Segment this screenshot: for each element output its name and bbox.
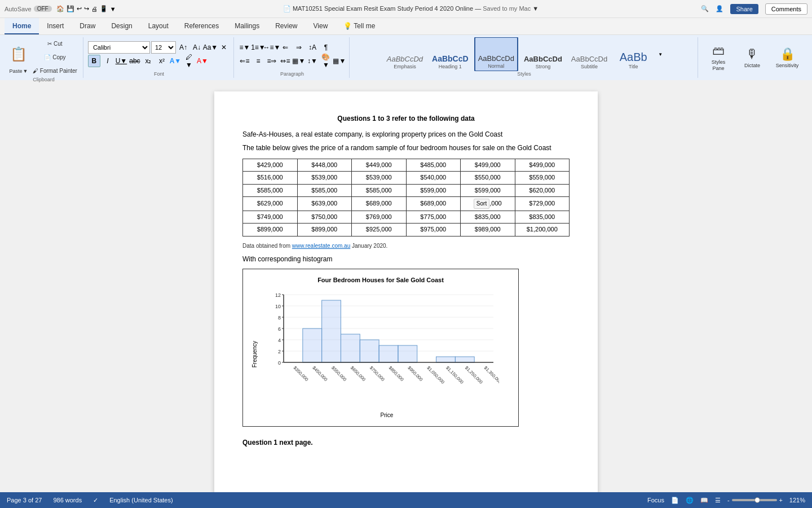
subscript-button[interactable]: x₂ [142,55,155,67]
paste-button[interactable]: 📋 [8,40,29,68]
font-row1: Calibri 12 A↑ A↓ Aa▼ ✕ [88,41,230,54]
shading-button[interactable]: 🎨▼ [320,55,332,67]
table-row: $585,000$585,000$585,000$599,000$599,000… [243,184,570,196]
style-title[interactable]: AaBb Title [613,37,654,71]
save-icon[interactable]: 💾 [67,5,74,12]
underline-button[interactable]: U▼ [115,55,127,67]
tab-view[interactable]: View [306,18,336,34]
autosave-label: AutoSave [5,6,32,12]
sort-button[interactable]: ↕A [306,41,319,54]
superscript-button[interactable]: x² [156,55,168,67]
font-size-select[interactable]: 12 [151,41,176,54]
show-hide-button[interactable]: ¶ [320,41,332,54]
bullets-button[interactable]: ≡▼ [239,41,251,54]
cut-button[interactable]: ✂ Cut [30,37,80,50]
style-subtitle[interactable]: AaBbCcDd Subtitle [568,37,611,71]
undo-icon[interactable]: ↩ [77,5,82,12]
language-indicator[interactable]: English (United States) [109,497,173,503]
copy-button[interactable]: 📄 Copy [30,51,80,63]
svg-rect-35 [436,357,456,362]
svg-text:$650,000: $650,000 [350,365,367,382]
home-icon[interactable]: 🏠 [56,5,64,12]
tab-insert[interactable]: Insert [39,18,72,34]
table-cell: $835,000 [461,211,515,223]
style-subtitle-preview: AaBbCcDd [571,55,607,63]
align-center-button[interactable]: ≡ [252,55,264,67]
tab-tell-me[interactable]: 💡 Tell me [336,18,383,34]
search-icon[interactable]: 🔍 [701,5,709,12]
autosave-toggle[interactable]: OFF [34,6,52,12]
change-case-button[interactable]: Aa▼ [204,41,217,54]
autosave-area[interactable]: AutoSave OFF [5,6,52,12]
save-status: Saved to my Mac [483,5,531,12]
zoom-slider[interactable] [732,499,777,501]
line-spacing-button[interactable]: ↕▼ [306,55,319,67]
grow-font-button[interactable]: A↑ [177,41,189,54]
tab-references[interactable]: References [176,18,227,34]
styles-pane-button[interactable]: 🗃 Styles Pane [703,40,734,75]
redo-icon[interactable]: ↪ [84,5,89,12]
sort-button[interactable]: Sort [474,199,489,209]
zoom-in-icon[interactable]: + [779,497,783,503]
x-axis-label: Price [262,411,511,419]
decrease-indent-button[interactable]: ⇐ [279,41,292,54]
style-emphasis[interactable]: AaBbCcDd Emphasis [383,37,426,71]
tablet-icon[interactable]: 📱 [100,5,108,12]
tab-review[interactable]: Review [267,18,305,34]
focus-button[interactable]: Focus [647,497,664,503]
dictate-button[interactable]: 🎙 Dictate [738,40,767,75]
page-indicator: Page 3 of 27 [7,497,42,503]
spell-check-icon[interactable]: ✓ [93,497,98,504]
align-right-button[interactable]: ≡⇒ [266,55,278,67]
share-button[interactable]: Share [730,4,758,14]
title-bar: AutoSave OFF 🏠 💾 ↩ ↪ 🖨 📱 ▼ 📄 MAT10251 Sp… [0,0,812,18]
align-left-button[interactable]: ⇐≡ [239,55,251,67]
format-painter-button[interactable]: 🖌 Format Painter [30,64,80,77]
zoom-area: - + 121% [727,497,805,503]
style-normal[interactable]: AaBbCcDd Normal [474,37,518,71]
web-layout-icon[interactable]: 🌐 [686,497,694,504]
document-scroll[interactable]: Questions 1 to 3 refer to the following … [0,80,812,492]
strikethrough-button[interactable]: abc [129,55,141,67]
svg-rect-24 [322,300,341,362]
text-highlight-button[interactable]: 🖊▼ [183,55,195,67]
font-area: Calibri 12 A↑ A↓ Aa▼ ✕ B I U▼ abc x₂ [88,41,230,67]
increase-indent-button[interactable]: ⇒ [293,41,305,54]
tab-home[interactable]: Home [5,18,39,34]
sensitivity-button[interactable]: 🔒 Sensitivity [770,40,804,75]
multilevel-button[interactable]: ↔≡▼ [266,41,278,54]
zoom-out-icon[interactable]: - [727,497,730,503]
style-strong[interactable]: AaBbCcDd Strong [520,37,566,71]
table-cell: $749,000 [243,211,298,223]
table-cell: $620,000 [515,184,570,196]
save-dropdown[interactable]: ▼ [532,5,539,12]
justify-button[interactable]: ⇔≡ [279,55,292,67]
print-layout-icon[interactable]: 📄 [671,497,679,504]
customize-dropdown[interactable]: ▼ [110,6,116,12]
sensitivity-icon: 🔒 [780,47,795,62]
para-row2: ⇐≡ ≡ ≡⇒ ⇔≡ ▦▼ ↕▼ 🎨▼ ▦▼ [239,55,346,67]
data-link[interactable]: www.realestate.com.au [292,243,350,249]
shrink-font-button[interactable]: A↓ [191,41,203,54]
zoom-level[interactable]: 121% [785,497,805,503]
font-name-select[interactable]: Calibri [88,41,150,54]
print-icon[interactable]: 🖨 [91,6,98,12]
tab-layout[interactable]: Layout [140,18,176,34]
font-color-button[interactable]: A▼ [196,55,209,67]
tab-mailings[interactable]: Mailings [227,18,267,34]
text-effects-button[interactable]: A▼ [169,55,182,67]
borders-button[interactable]: ▦▼ [333,55,346,67]
comments-button[interactable]: Comments [765,3,807,15]
style-heading1[interactable]: AaBbCcD Heading 1 [429,37,472,71]
clear-format-button[interactable]: ✕ [218,41,230,54]
columns-button[interactable]: ▦▼ [293,55,305,67]
read-mode-icon[interactable]: 📖 [700,497,708,504]
italic-button[interactable]: I [102,55,114,67]
user-icon[interactable]: 👤 [716,5,723,12]
tab-draw[interactable]: Draw [72,18,103,34]
bold-button[interactable]: B [88,55,100,67]
outline-icon[interactable]: ☰ [715,497,721,504]
styles-more-button[interactable]: ▼ [656,40,665,69]
tab-design[interactable]: Design [103,18,140,34]
paste-label[interactable]: Paste ▼ [10,68,28,74]
